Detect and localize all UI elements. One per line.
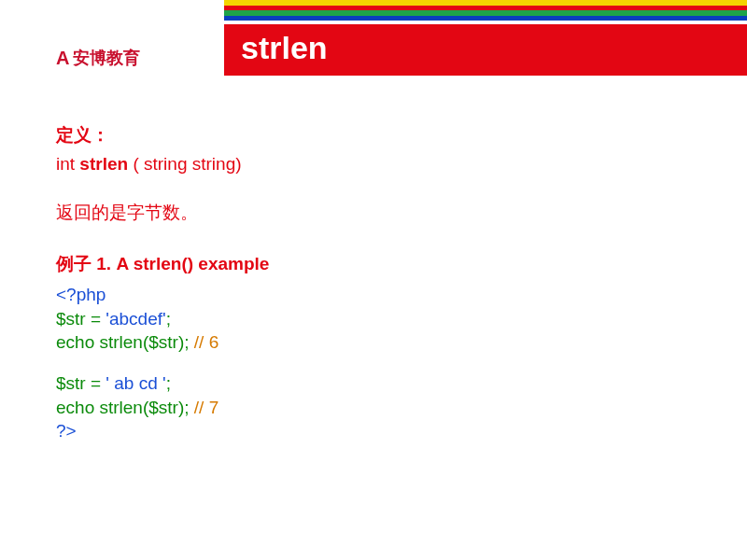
- code-token: $str =: [56, 309, 106, 329]
- code-token: ' ab cd ': [106, 373, 165, 393]
- example-heading: 例子 1. A strlen() example: [56, 251, 691, 278]
- sig-function-name: strlen: [79, 154, 128, 174]
- code-line: $str = 'abcdef';: [56, 307, 691, 331]
- sig-suffix: ( string string): [128, 154, 241, 174]
- function-signature: int strlen ( string string): [56, 151, 691, 178]
- header: A 安博教育 strlen: [0, 21, 747, 76]
- code-line: echo strlen($str); // 7: [56, 396, 691, 420]
- code-line: echo strlen($str); // 6: [56, 330, 691, 355]
- code-token: <?php: [56, 285, 106, 304]
- code-token: $str =: [56, 373, 106, 393]
- code-token: ;: [166, 373, 171, 393]
- slide-title: strlen: [224, 24, 747, 76]
- code-block: <?php $str = 'abcdef'; echo strlen($str)…: [56, 283, 691, 443]
- brand-logo: A 安博教育: [0, 21, 224, 69]
- sig-prefix: int: [56, 154, 79, 174]
- brand-name: 安博教育: [73, 47, 140, 69]
- definition-note: 返回的是字节数。: [56, 200, 691, 227]
- code-line: <?php: [56, 283, 691, 307]
- code-token: ?>: [56, 421, 77, 441]
- decorative-stripes: [224, 0, 747, 21]
- code-line: $str = ' ab cd ';: [56, 371, 691, 396]
- code-token: echo strlen($str);: [56, 398, 190, 417]
- brand-mark: A: [56, 48, 69, 69]
- code-line: ?>: [56, 419, 691, 443]
- definition-label: 定义：: [56, 122, 691, 149]
- code-token: ;: [166, 309, 171, 329]
- stripe-blue: [224, 16, 747, 21]
- code-token: // 7: [190, 398, 219, 417]
- slide-content: 定义： int strlen ( string string) 返回的是字节数。…: [0, 76, 747, 443]
- code-token: 'abcdef': [106, 309, 165, 329]
- code-token: // 6: [190, 332, 219, 352]
- code-token: echo strlen($str);: [56, 332, 190, 352]
